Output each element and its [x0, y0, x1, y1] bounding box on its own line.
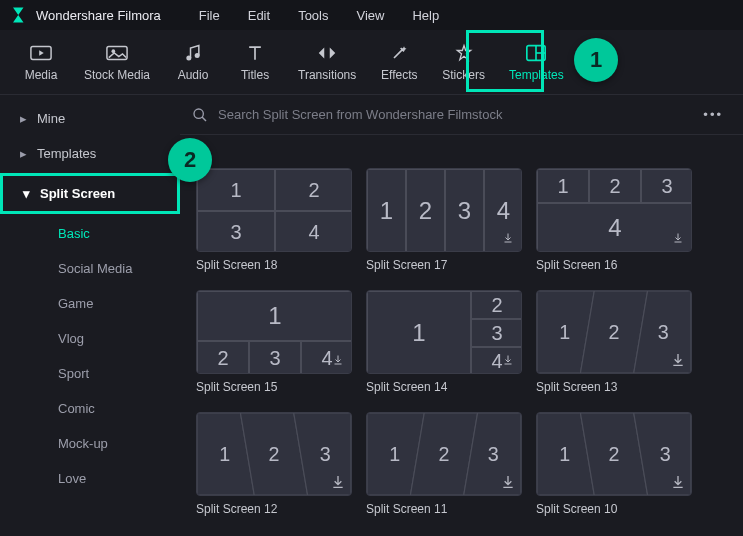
template-thumb[interactable]: 1 2 3 4	[196, 290, 352, 374]
sidebar-label: Mine	[37, 111, 65, 126]
sidebar-sub-social-media[interactable]: Social Media	[0, 251, 180, 286]
svg-text:1: 1	[559, 443, 570, 465]
sidebar-sub-mock-up[interactable]: Mock-up	[0, 426, 180, 461]
more-options-button[interactable]: •••	[695, 103, 731, 126]
template-thumb[interactable]: 1 2 3	[536, 290, 692, 374]
breadcrumb: C	[180, 135, 743, 162]
template-thumb[interactable]: 1 2 3 4	[536, 168, 692, 252]
svg-text:2: 2	[609, 443, 620, 465]
stickers-icon	[454, 43, 474, 63]
template-label: Split Screen 10	[536, 502, 692, 516]
svg-line-10	[202, 117, 206, 121]
template-thumb[interactable]: 1 2 3	[196, 412, 352, 496]
sidebar-sub-love[interactable]: Love	[0, 461, 180, 496]
toolbar-titles[interactable]: Titles	[228, 37, 282, 88]
template-tile-split-screen-14: 1 2 3 4 Split Screen 14	[366, 290, 522, 394]
toolbar-label: Transitions	[298, 68, 356, 82]
download-icon[interactable]	[500, 230, 516, 246]
toolbar-stock-media[interactable]: Stock Media	[76, 37, 158, 88]
toolbar-media[interactable]: Media	[14, 37, 68, 88]
search-icon	[192, 107, 208, 123]
toolbar-effects[interactable]: Effects	[372, 37, 426, 88]
body: ▸ Mine ▸ Templates ▾ Split Screen Basic …	[0, 95, 743, 536]
titles-icon	[245, 43, 265, 63]
toolbar-label: Stickers	[442, 68, 485, 82]
toolbar-transitions[interactable]: Transitions	[290, 37, 364, 88]
svg-text:3: 3	[660, 443, 671, 465]
main: ••• C 1 2 3 4 Split Screen 18 1 2 3	[180, 95, 743, 536]
toolbar-label: Stock Media	[84, 68, 150, 82]
annotation-badge-1: 1	[574, 38, 618, 82]
sidebar-sub-basic[interactable]: Basic	[0, 216, 180, 251]
sidebar-label: Split Screen	[40, 186, 115, 201]
template-label: Split Screen 16	[536, 258, 692, 272]
chevron-right-icon: ▸	[20, 146, 27, 161]
template-tile-split-screen-15: 1 2 3 4 Split Screen 15	[196, 290, 352, 394]
svg-text:3: 3	[488, 443, 499, 465]
template-tile-split-screen-13: 1 2 3 Split Screen 13	[536, 290, 692, 394]
template-tile-split-screen-11: 1 2 3 Split Screen 11	[366, 412, 522, 516]
download-icon[interactable]	[500, 352, 516, 368]
download-icon[interactable]	[670, 352, 686, 368]
sidebar-item-mine[interactable]: ▸ Mine	[0, 101, 180, 136]
menu-help[interactable]: Help	[412, 8, 439, 23]
toolbar-audio[interactable]: Audio	[166, 37, 220, 88]
template-thumb[interactable]: 1 2 3 4	[196, 168, 352, 252]
download-icon[interactable]	[670, 474, 686, 490]
app-name: Wondershare Filmora	[36, 8, 161, 23]
transitions-icon	[316, 43, 338, 63]
template-thumb[interactable]: 1 2 3 4	[366, 290, 522, 374]
searchbar: •••	[180, 95, 743, 135]
svg-marker-1	[39, 50, 44, 56]
toolbar-stickers[interactable]: Stickers	[434, 37, 493, 88]
toolbar-label: Media	[25, 68, 58, 82]
sidebar-item-templates[interactable]: ▸ Templates	[0, 136, 180, 171]
annotation-badge-2: 2	[168, 138, 212, 182]
sidebar: ▸ Mine ▸ Templates ▾ Split Screen Basic …	[0, 95, 180, 536]
download-icon[interactable]	[500, 474, 516, 490]
template-label: Split Screen 13	[536, 380, 692, 394]
titlebar: Wondershare Filmora File Edit Tools View…	[0, 0, 743, 30]
toolbar-label: Audio	[178, 68, 209, 82]
sidebar-item-split-screen[interactable]: ▾ Split Screen	[0, 173, 180, 214]
svg-point-9	[194, 109, 203, 118]
sidebar-sub-comic[interactable]: Comic	[0, 391, 180, 426]
download-icon[interactable]	[670, 230, 686, 246]
template-label: Split Screen 11	[366, 502, 522, 516]
effects-icon	[389, 43, 409, 63]
audio-icon	[183, 43, 203, 63]
template-thumb[interactable]: 1 2 3	[536, 412, 692, 496]
svg-text:2: 2	[609, 321, 620, 343]
download-icon[interactable]	[330, 352, 346, 368]
menu-file[interactable]: File	[199, 8, 220, 23]
sidebar-sub-vlog[interactable]: Vlog	[0, 321, 180, 356]
template-tile-split-screen-10: 1 2 3 Split Screen 10	[536, 412, 692, 516]
template-tile-split-screen-18: 1 2 3 4 Split Screen 18	[196, 168, 352, 272]
svg-text:1: 1	[559, 321, 570, 343]
menu-view[interactable]: View	[356, 8, 384, 23]
svg-text:1: 1	[219, 443, 230, 465]
menubar: File Edit Tools View Help	[199, 8, 439, 23]
media-icon	[30, 43, 52, 63]
template-label: Split Screen 12	[196, 502, 352, 516]
template-tile-split-screen-16: 1 2 3 4 Split Screen 16	[536, 168, 692, 272]
template-thumb[interactable]: 1 2 3	[366, 412, 522, 496]
templates-grid: 1 2 3 4 Split Screen 18 1 2 3 4 Split Sc…	[180, 162, 743, 532]
menu-edit[interactable]: Edit	[248, 8, 270, 23]
menu-tools[interactable]: Tools	[298, 8, 328, 23]
search-input[interactable]	[218, 107, 685, 122]
chevron-down-icon: ▾	[23, 186, 30, 201]
svg-point-5	[195, 53, 200, 58]
download-icon[interactable]	[330, 474, 346, 490]
sidebar-sub-sport[interactable]: Sport	[0, 356, 180, 391]
svg-text:3: 3	[320, 443, 331, 465]
svg-point-4	[186, 55, 191, 60]
toolbar-label: Titles	[241, 68, 269, 82]
toolbar-templates[interactable]: Templates	[501, 37, 572, 88]
template-thumb[interactable]: 1 2 3 4	[366, 168, 522, 252]
sidebar-label: Templates	[37, 146, 96, 161]
sidebar-sub-game[interactable]: Game	[0, 286, 180, 321]
filmora-logo-icon	[10, 6, 28, 24]
template-tile-split-screen-17: 1 2 3 4 Split Screen 17	[366, 168, 522, 272]
svg-text:1: 1	[389, 443, 400, 465]
